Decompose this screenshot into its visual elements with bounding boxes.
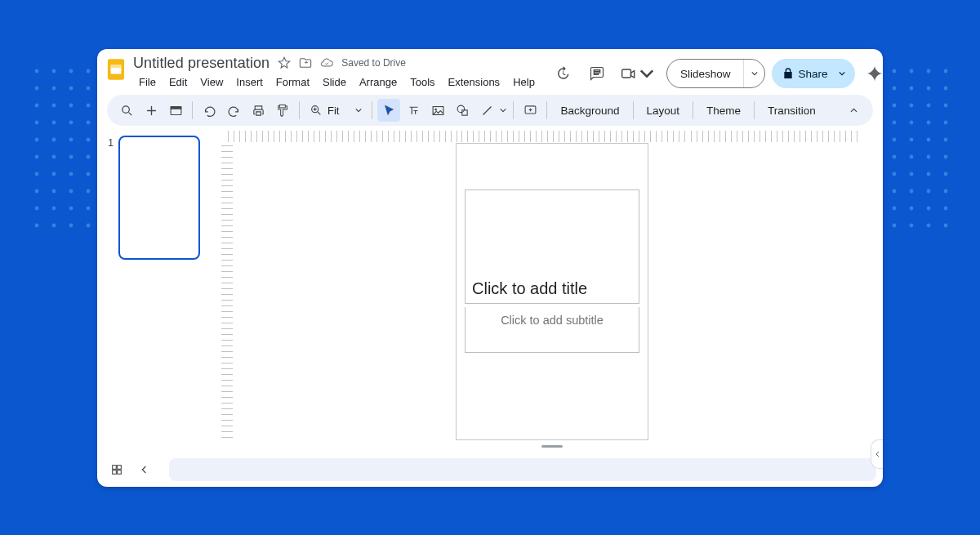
print-icon[interactable] — [247, 99, 270, 122]
chevron-down-icon — [355, 107, 362, 114]
slides-app-icon[interactable] — [107, 56, 125, 83]
menu-edit[interactable]: Edit — [163, 74, 193, 90]
layout-button[interactable]: Layout — [639, 99, 688, 122]
redo-icon[interactable] — [222, 99, 245, 122]
share-label: Share — [798, 68, 827, 80]
paint-format-icon[interactable] — [271, 99, 294, 122]
title-placeholder[interactable]: Click to add title — [465, 189, 639, 304]
insert-line-icon[interactable] — [475, 99, 498, 122]
svg-rect-20 — [118, 470, 122, 475]
svg-rect-5 — [111, 65, 122, 69]
menu-tools[interactable]: Tools — [404, 74, 440, 90]
line-dropdown[interactable] — [500, 107, 508, 114]
move-folder-icon[interactable] — [299, 56, 312, 69]
theme-button[interactable]: Theme — [698, 99, 749, 122]
svg-rect-6 — [622, 69, 631, 78]
horizontal-ruler — [228, 131, 858, 142]
side-panel-toggle[interactable] — [871, 439, 883, 469]
slide-number: 1 — [105, 136, 114, 260]
menu-extensions[interactable]: Extensions — [443, 74, 506, 90]
new-slide-icon[interactable] — [140, 99, 163, 122]
background-button[interactable]: Background — [552, 99, 627, 122]
menu-file[interactable]: File — [133, 74, 162, 90]
speaker-notes-bar[interactable] — [169, 458, 876, 481]
grid-view-icon[interactable] — [105, 458, 128, 481]
collapse-filmstrip-icon[interactable] — [133, 458, 156, 481]
share-dropdown[interactable] — [834, 70, 850, 77]
slideshow-label[interactable]: Slideshow — [667, 60, 744, 87]
slideshow-dropdown[interactable] — [743, 60, 764, 87]
speaker-notes-resize-handle[interactable] — [541, 445, 563, 448]
svg-rect-17 — [113, 466, 117, 470]
slides-app-window: Untitled presentation Saved to Drive Fil… — [97, 49, 883, 487]
slide-thumbnail-1[interactable] — [118, 136, 200, 260]
svg-point-14 — [457, 105, 465, 113]
menu-slide[interactable]: Slide — [317, 74, 352, 90]
zoom-control[interactable]: Fit — [305, 99, 367, 122]
svg-point-13 — [435, 109, 437, 110]
svg-point-7 — [122, 105, 129, 113]
toolbar: Fit Background Layout Theme Transition — [107, 95, 873, 126]
version-history-icon[interactable] — [549, 60, 577, 87]
document-title[interactable]: Untitled presentation — [133, 55, 270, 72]
title-placeholder-text: Click to add title — [472, 279, 587, 298]
insert-image-icon[interactable] — [426, 99, 449, 122]
subtitle-placeholder[interactable]: Click to add subtitle — [465, 307, 639, 353]
vertical-ruler — [221, 145, 233, 443]
menu-view[interactable]: View — [194, 74, 229, 90]
menu-insert[interactable]: Insert — [230, 74, 269, 90]
slideshow-button[interactable]: Slideshow — [666, 59, 766, 88]
comments-icon[interactable] — [583, 60, 611, 87]
subtitle-placeholder-text: Click to add subtitle — [501, 314, 604, 327]
drive-status-text: Saved to Drive — [341, 57, 406, 69]
svg-rect-9 — [171, 106, 181, 109]
svg-rect-19 — [113, 470, 117, 475]
svg-rect-18 — [118, 466, 122, 470]
insert-comment-icon[interactable] — [519, 99, 541, 122]
menu-arrange[interactable]: Arrange — [354, 74, 403, 90]
share-button[interactable]: Share — [772, 59, 855, 88]
cloud-saved-icon[interactable] — [320, 56, 333, 69]
slide-page[interactable]: Click to add title Click to add subtitle — [457, 144, 648, 439]
menu-bar: File Edit View Insert Format Slide Arran… — [133, 74, 541, 90]
svg-rect-15 — [462, 109, 467, 114]
workspace: 1 Click to add title Click to add subtit… — [97, 131, 883, 453]
gemini-icon[interactable] — [862, 60, 883, 87]
meet-button[interactable] — [617, 60, 660, 87]
menu-help[interactable]: Help — [507, 74, 541, 90]
search-menus-icon[interactable] — [115, 99, 138, 122]
menu-format[interactable]: Format — [270, 74, 315, 90]
slide-panel[interactable]: 1 — [97, 131, 221, 453]
transition-button[interactable]: Transition — [760, 99, 824, 122]
canvas-area[interactable]: Click to add title Click to add subtitle — [221, 131, 883, 453]
undo-icon[interactable] — [198, 99, 220, 122]
textbox-icon[interactable] — [402, 99, 425, 122]
svg-rect-10 — [279, 105, 285, 108]
collapse-toolbar-icon[interactable] — [842, 99, 865, 122]
new-slide-with-layout-icon[interactable] — [164, 99, 187, 122]
zoom-label: Fit — [324, 105, 354, 117]
titlebar: Untitled presentation Saved to Drive Fil… — [97, 49, 883, 90]
zoom-icon — [310, 104, 323, 117]
footer — [97, 453, 883, 487]
insert-shape-icon[interactable] — [451, 99, 474, 122]
star-icon[interactable] — [278, 56, 291, 69]
select-tool-icon[interactable] — [377, 99, 400, 122]
